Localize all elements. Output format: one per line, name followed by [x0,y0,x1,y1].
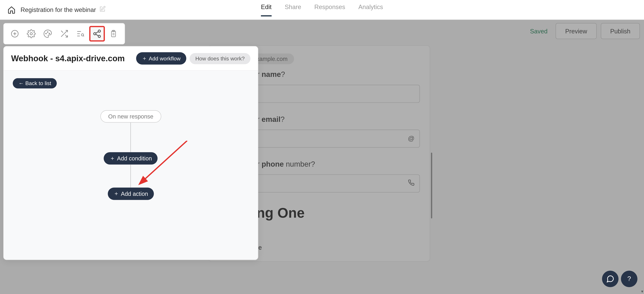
svg-point-3 [30,32,32,35]
plus-icon: ＋ [110,155,115,162]
settings-icon[interactable] [24,26,39,42]
svg-point-13 [94,32,96,35]
trigger-node[interactable]: On new response [100,110,161,123]
svg-point-6 [49,33,50,34]
workflow-panel: Webhook - s4.apix-drive.com ＋Add workflo… [3,46,258,260]
svg-point-4 [46,33,46,34]
plus-icon: ＋ [142,55,147,62]
home-icon[interactable] [6,5,16,14]
svg-point-12 [98,30,100,32]
tab-edit[interactable]: Edit [261,3,272,16]
plus-icon: ＋ [114,190,119,198]
shuffle-icon[interactable] [56,26,72,42]
back-to-list-button[interactable]: ← Back to list [13,78,57,88]
tab-responses[interactable]: Responses [314,3,345,16]
palette-icon[interactable] [40,26,56,42]
connector-line [130,164,131,188]
search-list-icon[interactable] [73,26,88,42]
help-fab[interactable]: ? [621,271,638,287]
add-condition-button[interactable]: ＋Add condition [104,152,158,164]
chevron-down-icon[interactable]: ▾ [641,289,643,294]
svg-point-10 [81,34,84,36]
chat-fab[interactable] [602,271,618,287]
svg-line-16 [96,34,98,36]
clipboard-icon[interactable] [106,26,121,42]
tab-analytics[interactable]: Analytics [358,3,383,16]
add-action-button[interactable]: ＋Add action [108,188,154,200]
svg-point-5 [47,32,48,32]
edit-title-icon[interactable] [99,6,106,14]
tab-share[interactable]: Share [285,3,301,16]
how-does-this-work-button[interactable]: How does this work? [190,53,250,64]
left-toolbar [3,23,125,44]
page-title: Registration for the webinar [21,6,96,13]
svg-line-11 [83,36,84,36]
share-nodes-icon[interactable] [89,26,105,42]
panel-title: Webhook - s4.apix-drive.com [11,54,125,63]
top-tabs: Edit Share Responses Analytics [261,3,383,16]
svg-point-14 [98,35,100,38]
add-icon[interactable] [7,26,23,42]
connector-line [130,123,131,152]
svg-line-15 [96,32,98,33]
add-workflow-button[interactable]: ＋Add workflow [136,52,186,64]
